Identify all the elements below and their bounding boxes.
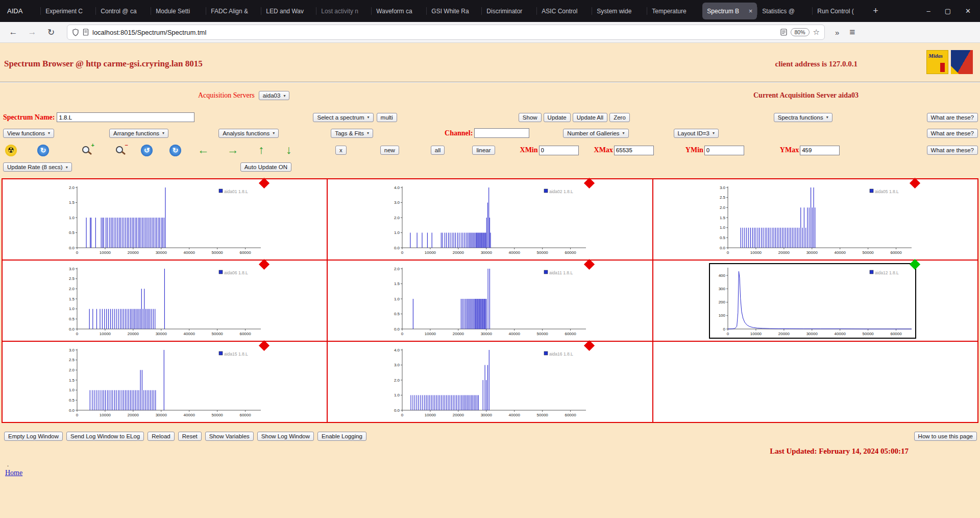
maximize-button[interactable]: ▢: [945, 7, 951, 15]
spectrum-name-input[interactable]: [57, 112, 194, 122]
x-axis-button[interactable]: x: [335, 146, 347, 155]
rotate-ccw-icon[interactable]: ↺: [141, 145, 153, 156]
spectrum-chart-aida06[interactable]: 0.00.51.01.52.02.53.00100002000030000400…: [60, 265, 264, 337]
rotate-cw-icon[interactable]: ↻: [169, 145, 181, 156]
send-log-to-elog-button[interactable]: Send Log Window to ELog: [66, 432, 144, 441]
hamburger-menu-icon[interactable]: ≡: [849, 27, 855, 38]
show-button[interactable]: Show: [519, 113, 542, 122]
move-right-icon[interactable]: →: [226, 144, 239, 156]
zoom-level-badge[interactable]: 80%: [791, 28, 810, 36]
forward-button[interactable]: →: [27, 27, 38, 37]
shield-icon[interactable]: [72, 29, 79, 36]
move-down-icon[interactable]: ↓: [282, 144, 296, 156]
sync-icon[interactable]: ↻: [37, 145, 49, 156]
source-icon[interactable]: ☢: [5, 145, 17, 156]
move-left-icon[interactable]: ←: [197, 144, 210, 156]
new-button[interactable]: new: [380, 146, 399, 155]
spectrum-chart-aida16[interactable]: 0.01.02.03.04.00100002000030000400005000…: [385, 346, 589, 418]
linear-button[interactable]: linear: [472, 146, 495, 155]
spectrum-chart-aida02[interactable]: 0.01.02.03.04.00100002000030000400005000…: [385, 183, 589, 256]
show-log-window-button[interactable]: Show Log Window: [257, 432, 314, 441]
tab-close-icon[interactable]: ×: [749, 7, 753, 15]
spectrum-chart-aida01[interactable]: 0.00.51.01.52.00100002000030000400005000…: [60, 183, 264, 256]
site-info-icon[interactable]: [83, 29, 89, 36]
browser-tab[interactable]: Waveform ca: [372, 3, 426, 19]
browser-tab[interactable]: ASIC Control: [537, 3, 592, 19]
reader-view-icon[interactable]: [780, 29, 787, 36]
svg-text:3.0: 3.0: [394, 200, 400, 205]
all-button[interactable]: all: [431, 146, 445, 155]
reset-button[interactable]: Reset: [178, 432, 202, 441]
number-of-galleries-dropdown[interactable]: Number of Galleries ▾: [563, 129, 628, 138]
overflow-menu-icon[interactable]: »: [835, 28, 839, 37]
tags-fits-dropdown[interactable]: Tags & Fits ▾: [331, 129, 373, 138]
reload-page-button[interactable]: Reload: [148, 432, 174, 441]
url-bar[interactable]: localhost:8015/Spectrum/Spectrum.tml 80%…: [67, 25, 825, 40]
spectrum-chart-aida05[interactable]: 0.00.51.01.52.02.53.00100002000030000400…: [710, 183, 915, 256]
zero-button[interactable]: Zero: [609, 113, 630, 122]
what-are-these-button[interactable]: What are these?: [927, 129, 978, 138]
minimize-button[interactable]: –: [927, 7, 930, 15]
browser-tab[interactable]: Lost activity n: [316, 3, 371, 19]
spectrum-plot: 0.01.02.03.04.00100002000030000400005000…: [385, 346, 589, 418]
browser-tab[interactable]: Temperature: [647, 3, 702, 19]
enable-logging-button[interactable]: Enable Logging: [317, 432, 366, 441]
move-up-icon[interactable]: ↑: [255, 144, 268, 156]
analysis-functions-dropdown[interactable]: Analysis functions ▾: [218, 129, 279, 138]
layout-id-dropdown[interactable]: Layout ID=3 ▾: [674, 129, 719, 138]
channel-input[interactable]: [474, 128, 529, 138]
show-variables-button[interactable]: Show Variables: [205, 432, 254, 441]
update-all-button[interactable]: Update All: [573, 113, 607, 122]
svg-text:aida16 1.8.L: aida16 1.8.L: [549, 351, 573, 357]
back-button[interactable]: ←: [8, 27, 19, 37]
window-controls: – ▢ ✕: [927, 7, 971, 15]
ymin-input[interactable]: [704, 146, 744, 155]
what-are-these-button[interactable]: What are these?: [927, 146, 978, 155]
multi-button[interactable]: multi: [377, 113, 397, 122]
browser-tab[interactable]: Spectrum B×: [702, 3, 757, 19]
update-button[interactable]: Update: [544, 113, 571, 122]
zoom-in-icon[interactable]: +: [81, 144, 93, 156]
what-are-these-button[interactable]: What are these?: [927, 113, 978, 122]
reload-button[interactable]: ↻: [45, 27, 57, 38]
select-spectrum-dropdown[interactable]: Select a spectrum ▾: [313, 113, 373, 122]
bookmark-star-icon[interactable]: ☆: [813, 28, 820, 37]
browser-tab[interactable]: FADC Align &: [206, 3, 261, 19]
spectrum-chart-aida15[interactable]: 0.00.51.01.52.02.53.00100002000030000400…: [60, 346, 264, 418]
svg-text:0: 0: [76, 332, 79, 336]
view-functions-dropdown[interactable]: View functions ▾: [3, 129, 54, 138]
empty-log-window-button[interactable]: Empty Log Window: [4, 432, 63, 441]
chevron-down-icon: ▾: [368, 115, 370, 120]
spectrum-chart-aida12[interactable]: 0100200300400010000200003000040000500006…: [710, 265, 915, 337]
auto-update-button[interactable]: Auto Update ON: [240, 162, 291, 172]
tab-label: GSI White Ra: [431, 8, 477, 15]
acquisition-server-select[interactable]: aida03 ▾: [259, 91, 290, 100]
svg-text:2.0: 2.0: [394, 216, 400, 220]
browser-tab[interactable]: Control @ ca: [96, 3, 151, 19]
new-tab-button[interactable]: +: [873, 6, 878, 16]
acquisition-server-value: aida03: [263, 92, 281, 99]
xmin-input[interactable]: [539, 146, 579, 155]
spectrum-chart-aida11[interactable]: 0.00.51.01.52.00100002000030000400005000…: [385, 265, 589, 337]
browser-tab[interactable]: GSI White Ra: [427, 3, 481, 19]
functions-row: View functions ▾ Arrange functions ▾ Ana…: [3, 128, 980, 138]
browser-tab[interactable]: Discriminator: [482, 3, 536, 19]
browser-tab[interactable]: Module Setti: [151, 3, 206, 19]
how-to-use-button[interactable]: How to use this page: [914, 432, 977, 441]
spectra-functions-dropdown[interactable]: Spectra functions ▾: [774, 113, 832, 122]
browser-tab[interactable]: Experiment C: [41, 3, 95, 19]
update-rate-dropdown[interactable]: Update Rate (8 secs) ▾: [3, 162, 72, 172]
close-button[interactable]: ✕: [965, 7, 971, 15]
browser-tab[interactable]: Run Control (: [813, 3, 867, 19]
ymax-input[interactable]: [800, 146, 840, 155]
browser-tab[interactable]: Statistics @: [757, 3, 812, 19]
url-text[interactable]: localhost:8015/Spectrum/Spectrum.tml: [92, 29, 780, 36]
arrange-functions-dropdown[interactable]: Arrange functions ▾: [109, 129, 168, 138]
home-link[interactable]: Home: [5, 469, 22, 477]
browser-tab[interactable]: System wide: [592, 3, 647, 19]
browser-tab[interactable]: LED and Wav: [261, 3, 316, 19]
svg-text:40000: 40000: [509, 332, 521, 336]
xmax-input[interactable]: [614, 146, 654, 155]
svg-text:1.0: 1.0: [69, 216, 75, 220]
zoom-out-icon[interactable]: −: [114, 144, 127, 156]
